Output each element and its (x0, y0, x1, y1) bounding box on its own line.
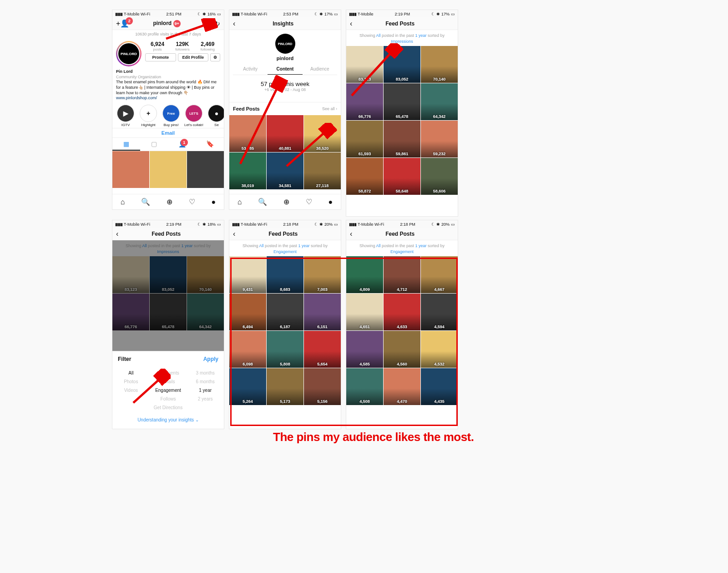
add-post-icon[interactable]: ⊕ (167, 198, 172, 206)
insights-username: pinlord (277, 56, 293, 61)
apply-button[interactable]: Apply (203, 356, 218, 362)
highlight-collab[interactable]: LET'SLet's collab! (184, 105, 203, 127)
stat-following[interactable]: 2,469following (201, 41, 215, 51)
profile-icon[interactable]: ● (211, 198, 216, 206)
tab-content[interactable]: Content (268, 64, 302, 75)
grid-post[interactable] (150, 151, 187, 188)
svg-line-2 (287, 127, 331, 166)
edit-profile-button[interactable]: Edit Profile (178, 53, 209, 61)
carrier-label: T-Mobile Wi-Fi (124, 12, 150, 16)
grid-post[interactable] (187, 151, 224, 188)
stat-posts: 6,924posts (151, 41, 164, 51)
igtv-icon: ▶ (123, 110, 128, 117)
annotation-arrow (349, 43, 404, 98)
insights-tabs: Activity Content Audience (233, 64, 337, 75)
annotation-highlight-box (230, 258, 458, 426)
filter-title: Filter (118, 356, 131, 362)
grid-post[interactable]: 64,342 (421, 83, 458, 120)
stat-followers[interactable]: 129Kfollowers (175, 41, 190, 51)
bio-text: The best enamel pins from around the wor… (116, 80, 220, 96)
nav-title: Feed Posts (355, 20, 445, 27)
grid-post[interactable]: 61,593 (346, 121, 383, 157)
annotation-caption: The pins my audience likes the most. (273, 430, 474, 444)
grid-post[interactable]: 70,140 (421, 46, 458, 83)
tab-activity[interactable]: Activity (233, 64, 268, 75)
battery-icon: ▭ (217, 12, 221, 16)
highlight-igtv[interactable]: ▶IGTV (116, 105, 135, 127)
home-icon[interactable]: ⌂ (238, 198, 242, 206)
search-icon[interactable]: 🔍 (258, 198, 267, 206)
highlight-more[interactable]: ●Se (207, 105, 224, 127)
plus-icon: + (147, 110, 150, 117)
bio-category: Community Organization (116, 75, 220, 80)
phone-feed-imp: ▮▮▮▮T-Mobile2:19 PM☾✱17%▭ ‹ Feed Posts S… (346, 10, 458, 217)
avatar-ring[interactable]: PINLORD (116, 41, 142, 66)
filter-sentence[interactable]: Showing All posted in the past 1 year so… (229, 240, 341, 256)
email-button[interactable]: Email (162, 130, 175, 136)
grid-post[interactable]: 59,861 (384, 121, 420, 157)
filter-sentence[interactable]: Showing All posted in the past 1 year so… (346, 240, 458, 256)
back-button[interactable]: ‹ (350, 20, 352, 27)
search-icon[interactable]: 🔍 (141, 198, 150, 206)
discover-people-icon[interactable]: +👤2 (116, 19, 129, 28)
back-button[interactable]: ‹ (233, 20, 235, 27)
tab-tagged[interactable]: 👤1 (168, 138, 196, 151)
highlight-buy[interactable]: FreeBuy pins! (162, 105, 181, 127)
svg-line-3 (352, 46, 397, 96)
insights-avatar: PINLORD (275, 34, 295, 54)
tab-grid[interactable]: ▦ (112, 138, 140, 151)
tab-bar: ⌂ 🔍 ⊕ ♡ ● (112, 194, 224, 209)
bio-name: Pin Lord (116, 69, 220, 75)
promote-button[interactable]: Promote (145, 53, 176, 61)
bio: Pin Lord Community Organization The best… (112, 69, 224, 103)
activity-icon[interactable]: ♡ (306, 198, 312, 206)
highlight-new[interactable]: +Highlight (139, 105, 158, 127)
svg-line-1 (240, 80, 281, 164)
profile-icon[interactable]: ● (328, 198, 333, 206)
grid-post[interactable] (112, 151, 149, 188)
settings-button[interactable]: ⚙ (210, 53, 220, 61)
annotation-arrow (164, 18, 223, 41)
tab-audience[interactable]: Audience (303, 64, 337, 75)
tab-list[interactable]: ▢ (140, 138, 168, 151)
add-post-icon[interactable]: ⊕ (283, 198, 289, 206)
back-button[interactable]: ‹ (233, 230, 235, 238)
back-button[interactable]: ‹ (350, 230, 352, 238)
nav-title: Insights (238, 20, 328, 27)
svg-line-4 (133, 373, 166, 403)
status-time: 2:51 PM (166, 12, 182, 16)
tab-bar: ⌂ 🔍 ⊕ ♡ ● (229, 194, 341, 209)
nav-title: Feed Posts (121, 231, 211, 237)
nav-title: Feed Posts (238, 231, 328, 237)
signal-icon: ▮▮▮▮ (115, 12, 122, 16)
nav-title: Feed Posts (355, 231, 445, 237)
battery-pct: 16% (207, 12, 216, 16)
moon-icon: ☾ (197, 12, 201, 16)
home-icon[interactable]: ⌂ (121, 198, 125, 206)
activity-icon[interactable]: ♡ (189, 198, 195, 206)
highlights-tray[interactable]: ▶IGTV +Highlight FreeBuy pins! LET'SLet'… (112, 103, 224, 128)
grid-post[interactable]: 59,232 (421, 121, 458, 157)
picker-range[interactable]: 3 months6 months1 year2 years (187, 369, 224, 412)
annotation-arrow (284, 123, 339, 168)
see-all-link[interactable]: See all › (322, 106, 337, 111)
understanding-link[interactable]: Understanding your insights ⌄ (112, 414, 224, 426)
statusbar: ▮▮▮▮T-Mobile Wi-Fi 2:53 PM ☾✱17%▭ (229, 10, 341, 17)
back-button[interactable]: ‹ (116, 230, 118, 238)
grid-post[interactable]: 58,648 (384, 158, 420, 195)
feed-tabs: ▦ ▢ 👤1 🔖 (112, 138, 224, 151)
collage-canvas: ▮▮▮▮T-Mobile Wi-Fi 2:51 PM ☾✱16%▭ +👤2 pi… (0, 0, 728, 573)
avatar: PINLORD (117, 42, 140, 65)
tab-saved[interactable]: 🔖 (196, 138, 224, 151)
statusbar: ▮▮▮▮T-Mobile Wi-Fi 2:51 PM ☾✱16%▭ (112, 10, 224, 17)
profile-grid[interactable] (112, 151, 224, 188)
tagged-badge: 1 (181, 139, 188, 146)
grid-post[interactable]: 58,872 (346, 158, 383, 195)
annotation-arrow (130, 369, 171, 405)
svg-line-0 (166, 22, 214, 39)
grid-post[interactable]: 58,606 (421, 158, 458, 195)
bio-link[interactable]: www.pinlordshop.com/ (116, 96, 220, 101)
